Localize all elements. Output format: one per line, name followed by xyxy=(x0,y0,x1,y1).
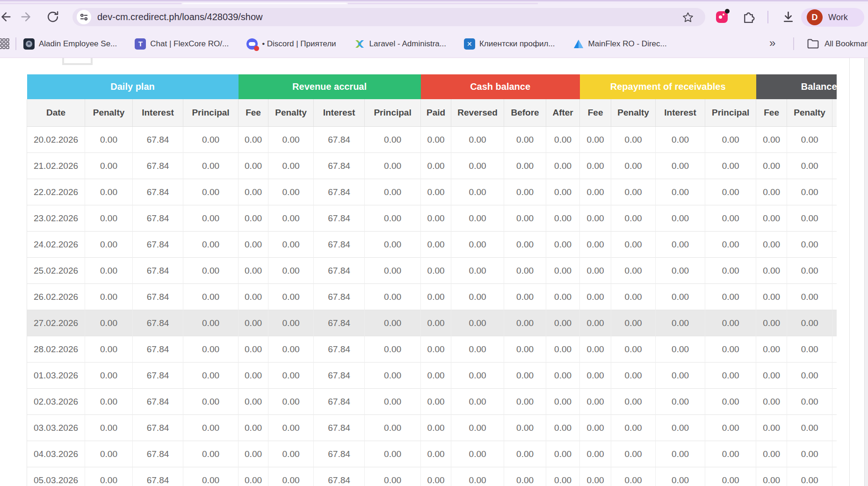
vertical-scrollbar[interactable] xyxy=(864,58,868,486)
value-cell: 0.00 xyxy=(580,441,611,467)
date-cell: 23.02.2026 xyxy=(27,205,85,232)
table-row-02.03.2026[interactable]: 02.03.20260.0067.840.000.000.0067.840.00… xyxy=(27,389,837,415)
bookmark-mainflex[interactable]: MainFlex RO - Direc... xyxy=(573,38,667,50)
value-cell: 0.00 xyxy=(611,127,656,153)
value-cell: 0.00 xyxy=(611,363,656,389)
table-row-27.02.2026[interactable]: 27.02.20260.0067.840.000.000.0067.840.00… xyxy=(27,310,837,336)
value-cell: 0.00 xyxy=(451,310,504,336)
value-cell: 0.00 xyxy=(705,153,756,179)
extensions-button[interactable] xyxy=(740,9,756,27)
value-cell: 67.84 xyxy=(133,336,183,363)
value-cell: 0.00 xyxy=(85,441,133,467)
star-icon xyxy=(681,11,694,24)
value-cell: 67.84 xyxy=(133,363,183,389)
value-cell: 0.00 xyxy=(546,467,580,486)
value-cell: 0.00 xyxy=(183,441,239,467)
date-cell: 27.02.2026 xyxy=(27,310,85,336)
value-cell: 0.00 xyxy=(656,363,705,389)
url-text[interactable]: dev-cm.credirect.ph/loans/428039/show xyxy=(97,8,263,26)
value-cell: 0.00 xyxy=(183,284,239,310)
value-cell: 0.00 xyxy=(546,310,580,336)
value-cell: 0.00 xyxy=(268,179,314,205)
value-cell: 0.00 xyxy=(183,127,239,153)
value-cell: 0.00 xyxy=(451,258,504,284)
value-cell: 0.00 xyxy=(787,441,832,467)
bookmark-laravel[interactable]: Laravel - Administra... xyxy=(354,38,446,50)
client-profile-icon: ✕ xyxy=(464,38,475,50)
tab-strip xyxy=(0,0,868,4)
column-header-penalty: Penalty xyxy=(85,99,133,127)
value-cell: 0.00 xyxy=(546,258,580,284)
value-cell: 0.00 xyxy=(705,127,756,153)
table-row-23.02.2026[interactable]: 23.02.20260.0067.840.000.000.0067.840.00… xyxy=(27,205,837,232)
column-header-principal: Principal xyxy=(705,99,756,127)
value-cell: 67.84 xyxy=(314,441,365,467)
table-row-01.03.2026[interactable]: 01.03.20260.0067.840.000.000.0067.840.00… xyxy=(27,363,837,389)
bookmarks-overflow-button[interactable]: » xyxy=(769,30,775,58)
value-cell: 0.00 xyxy=(451,467,504,486)
group-header-daily-plan: Daily plan xyxy=(27,74,239,99)
loan-schedule-table: Daily planRevenue accrualCash balanceRep… xyxy=(27,74,837,486)
value-cell: 0.00 xyxy=(756,205,787,232)
forward-button[interactable] xyxy=(19,9,34,24)
discord-badge xyxy=(254,46,259,51)
value-cell: 0.00 xyxy=(451,205,504,232)
value-cell: 0.00 xyxy=(183,232,239,258)
column-header-penalty: Penalty xyxy=(611,99,656,127)
table-row-20.02.2026[interactable]: 20.02.20260.0067.840.000.000.0067.840.00… xyxy=(27,127,837,153)
profile-chip[interactable]: D Work xyxy=(801,8,864,27)
value-cell: 0.00 xyxy=(85,284,133,310)
bookmark-teams-chat[interactable]: T Chat | FlexCore RO/... xyxy=(135,38,229,50)
value-cell: 0.00 xyxy=(268,389,314,415)
value-cell: 0.00 xyxy=(787,205,832,232)
extension-pink-icon[interactable] xyxy=(716,11,728,23)
table-row-04.03.2026[interactable]: 04.03.20260.0067.840.000.000.0067.840.00… xyxy=(27,441,837,467)
table-row-03.03.2026[interactable]: 03.03.20260.0067.840.000.000.0067.840.00… xyxy=(27,415,837,441)
value-cell: 0.00 xyxy=(756,258,787,284)
value-cell: 0.00 xyxy=(756,336,787,363)
bookmark-discord[interactable]: • Discord | Приятели xyxy=(246,38,336,50)
bookmark-client-profile[interactable]: ✕ Клиентски профил... xyxy=(464,38,555,50)
all-bookmarks-button[interactable]: All Bookmarks xyxy=(806,30,868,58)
bookmark-aladin[interactable]: Aladin Employee Se... xyxy=(23,38,117,50)
value-cell: 0.00 xyxy=(268,363,314,389)
value-cell: 67.84 xyxy=(314,310,365,336)
site-info-button[interactable] xyxy=(77,10,91,24)
value-cell: 0.00 xyxy=(85,179,133,205)
table-row-25.02.2026[interactable]: 25.02.20260.0067.840.000.000.0067.840.00… xyxy=(27,258,837,284)
column-header-penalty: Penalty xyxy=(268,99,314,127)
value-cell: 0.00 xyxy=(546,232,580,258)
value-cell: 0.00 xyxy=(421,467,451,486)
cutoff-button-remnant[interactable] xyxy=(62,58,93,65)
value-cell: 0.00 xyxy=(580,258,611,284)
table-row-05.03.2026[interactable]: 05.03.20260.0067.840.000.000.0067.840.00… xyxy=(27,467,837,486)
value-cell: 0.00 xyxy=(705,284,756,310)
value-cell: 0.00 xyxy=(504,336,546,363)
table-row-24.02.2026[interactable]: 24.02.20260.0067.840.000.000.0067.840.00… xyxy=(27,232,837,258)
value-cell: 0.00 xyxy=(365,232,421,258)
download-button[interactable] xyxy=(781,9,796,27)
reload-button[interactable] xyxy=(45,9,60,24)
date-cell: 20.02.2026 xyxy=(27,127,85,153)
value-cell: 67.84 xyxy=(133,179,183,205)
loan-schedule-table-container[interactable]: Daily planRevenue accrualCash balanceRep… xyxy=(27,74,837,486)
table-row-22.02.2026[interactable]: 22.02.20260.0067.840.000.000.0067.840.00… xyxy=(27,179,837,205)
value-cell: 0.00 xyxy=(546,127,580,153)
value-cell: 0.00 xyxy=(239,179,268,205)
value-cell: 0.00 xyxy=(268,310,314,336)
value-cell xyxy=(832,153,837,179)
value-cell: 0.00 xyxy=(421,284,451,310)
column-header-fee: Fee xyxy=(239,99,268,127)
value-cell: 0.00 xyxy=(546,363,580,389)
table-row-26.02.2026[interactable]: 26.02.20260.0067.840.000.000.0067.840.00… xyxy=(27,284,837,310)
value-cell: 0.00 xyxy=(504,232,546,258)
table-column-header-row: DatePenaltyInterestPrincipalFeePenaltyIn… xyxy=(27,99,837,127)
value-cell: 0.00 xyxy=(656,389,705,415)
bookmarks-separator xyxy=(15,37,16,50)
table-row-21.02.2026[interactable]: 21.02.20260.0067.840.000.000.0067.840.00… xyxy=(27,153,837,179)
address-bar[interactable]: dev-cm.credirect.ph/loans/428039/show xyxy=(72,8,705,26)
back-button[interactable] xyxy=(0,9,13,24)
bookmark-star-button[interactable] xyxy=(680,10,695,25)
table-row-28.02.2026[interactable]: 28.02.20260.0067.840.000.000.0067.840.00… xyxy=(27,336,837,363)
apps-grid-icon[interactable] xyxy=(0,38,9,51)
